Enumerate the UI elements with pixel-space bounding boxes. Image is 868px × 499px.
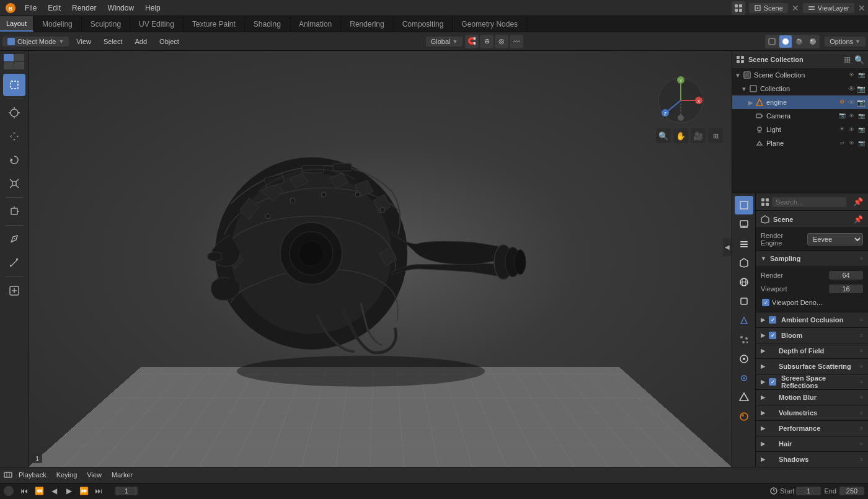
section-vol-header[interactable]: ▶ Volumetrics ≡ <box>756 405 868 420</box>
restrict-render-engine-icon[interactable]: 📷 <box>857 98 866 107</box>
select-box-tool[interactable] <box>3 74 25 96</box>
tab-modeling[interactable]: Modeling <box>33 16 82 32</box>
section-hair-header[interactable]: ▶ Hair ≡ <box>756 436 868 451</box>
mesh-data-icon[interactable]: ⚙ <box>838 98 846 105</box>
tab-shading[interactable]: Shading <box>245 16 290 32</box>
eye-col-icon[interactable]: 👁 <box>847 84 856 93</box>
section-perf-header[interactable]: ▶ Performance ≡ <box>756 421 868 436</box>
outliner-item-camera[interactable]: ▶ Camera 📷 👁 📷 <box>732 109 868 123</box>
restrict-render-col-icon[interactable]: 📷 <box>857 84 866 93</box>
restrict-render-plane-icon[interactable]: 📷 <box>857 139 866 148</box>
zoom-btn[interactable]: 🔍 <box>656 128 671 143</box>
scene-selector[interactable]: Scene <box>749 3 788 13</box>
jump-end-btn[interactable]: ⏭ <box>92 484 105 498</box>
render-engine-select[interactable]: Eevee Cycles Workbench <box>807 233 863 245</box>
outliner-item-engine[interactable]: ▶ engine ⚙ 👁 📷 <box>732 95 868 109</box>
menu-window[interactable]: Window <box>102 2 139 14</box>
properties-search[interactable] <box>772 197 846 207</box>
marker-menu[interactable]: Marker <box>108 470 136 480</box>
data-prop-btn[interactable] <box>735 388 753 407</box>
options-btn[interactable]: Options ▼ <box>825 37 866 46</box>
tab-animation[interactable]: Animation <box>290 16 341 32</box>
section-ao-header[interactable]: ▶ ✓ Ambient Occlusion ≡ <box>756 312 868 327</box>
end-frame-input[interactable] <box>839 487 864 495</box>
viewport-denoising-checkbox[interactable]: ✓ <box>762 299 769 306</box>
render-prop-btn[interactable] <box>735 196 753 214</box>
measure-tool[interactable] <box>3 252 25 274</box>
restrict-render-light-icon[interactable]: 📷 <box>857 125 866 134</box>
outliner-item-plane[interactable]: ▶ Plane ▱ 👁 📷 <box>732 136 868 150</box>
viewlayer-prop-btn[interactable] <box>735 234 753 253</box>
viewport-3d[interactable]: Y X Z 🔍 ✋ 🎥 <box>29 51 732 467</box>
close-workspace-btn[interactable]: ✕ <box>792 3 799 13</box>
viewlayer-selector[interactable]: ViewLayer <box>803 3 854 13</box>
snap-magnet-btn[interactable]: 🧲 <box>465 35 479 48</box>
cam-data-icon[interactable]: 📷 <box>838 112 846 119</box>
menu-file[interactable]: File <box>20 2 42 14</box>
bloom-checkbox[interactable]: ✓ <box>769 332 776 339</box>
tab-layout[interactable]: Layout <box>0 16 33 32</box>
ssr-checkbox[interactable]: ✓ <box>769 378 776 386</box>
menu-render[interactable]: Render <box>67 2 101 14</box>
eye-icon[interactable]: 👁 <box>847 71 856 79</box>
add-object-tool[interactable] <box>3 280 25 302</box>
tab-compositing[interactable]: Compositing <box>394 16 453 32</box>
restrict-render-cam-icon[interactable]: 📷 <box>857 112 866 120</box>
grid-btn[interactable]: ⊞ <box>708 128 723 143</box>
start-frame-input[interactable] <box>796 487 821 495</box>
add-menu[interactable]: Add <box>130 37 153 46</box>
blender-logo[interactable]: B <box>2 1 19 15</box>
scene-prop-btn[interactable] <box>735 254 753 272</box>
close-viewlayer-btn[interactable]: ✕ <box>858 3 866 13</box>
viewport-samples-input[interactable] <box>829 285 863 293</box>
playback-menu[interactable]: Playback <box>15 470 50 480</box>
pan-btn[interactable]: ✋ <box>673 128 688 143</box>
view-menu[interactable]: View <box>71 37 96 46</box>
tab-geometry-nodes[interactable]: Geometry Nodes <box>453 16 527 32</box>
restrict-render-icon[interactable]: 📷 <box>857 71 866 79</box>
particles-prop-btn[interactable] <box>735 330 753 349</box>
rendered-btn[interactable] <box>807 35 819 48</box>
transform-orientation[interactable]: Global ▼ <box>426 37 463 46</box>
keyframe-indicator[interactable] <box>4 486 14 496</box>
annotate-tool[interactable] <box>3 228 25 250</box>
section-sampling-header[interactable]: ▼ Sampling ≡ <box>756 251 868 266</box>
proportional-edit-btn[interactable]: ◎ <box>495 35 508 48</box>
section-ssr-header[interactable]: ▶ ✓ Screen Space Reflections ≡ <box>756 374 868 389</box>
transform-tool[interactable] <box>3 200 25 223</box>
step-forward-btn[interactable]: ⏩ <box>77 484 91 498</box>
object-menu[interactable]: Object <box>154 37 184 46</box>
cursor-tool[interactable] <box>3 102 25 124</box>
mode-selector[interactable]: Object Mode ▼ <box>2 37 69 46</box>
section-sss-header[interactable]: ▶ Subsurface Scattering ≡ <box>756 359 868 374</box>
eye-cam-icon[interactable]: 👁 <box>847 112 856 120</box>
modifier-prop-btn[interactable] <box>735 311 753 330</box>
world-prop-btn[interactable] <box>735 273 753 291</box>
select-menu[interactable]: Select <box>99 37 128 46</box>
section-bloom-header[interactable]: ▶ ✓ Bloom ≡ <box>756 328 868 343</box>
outliner-search-btn[interactable]: 🔍 <box>854 55 864 64</box>
outliner-filter-btn[interactable]: ⊞ <box>844 55 851 64</box>
constraints-prop-btn[interactable] <box>735 369 753 387</box>
output-prop-btn[interactable] <box>735 215 753 234</box>
render-samples-input[interactable] <box>829 271 863 280</box>
play-reverse-btn[interactable]: ◀ <box>47 484 61 498</box>
step-back-btn[interactable]: ⏪ <box>32 484 46 498</box>
navigation-gizmo[interactable]: Y X Z 🔍 ✋ 🎥 <box>656 76 723 143</box>
properties-pin-btn[interactable]: 📌 <box>853 197 863 206</box>
tab-sculpting[interactable]: Sculpting <box>82 16 130 32</box>
material-preview-btn[interactable] <box>793 35 805 48</box>
snap-settings-btn[interactable]: ⊕ <box>480 35 494 48</box>
scene-pin-icon[interactable]: 📌 <box>854 215 863 224</box>
plane-data-icon[interactable]: ▱ <box>838 139 846 146</box>
camera-btn[interactable]: 🎥 <box>691 128 706 143</box>
keying-menu[interactable]: Keying <box>53 470 81 480</box>
panel-toggle-arrow[interactable]: ◀ <box>723 238 732 257</box>
tab-rendering[interactable]: Rendering <box>341 16 393 32</box>
menu-help[interactable]: Help <box>140 2 166 14</box>
outliner-item-collection[interactable]: ▼ Collection 👁 📷 <box>732 82 868 95</box>
workspace-icon[interactable] <box>732 1 745 15</box>
eye-light-icon[interactable]: 👁 <box>847 125 856 134</box>
menu-edit[interactable]: Edit <box>43 2 66 14</box>
obj-prop-btn[interactable] <box>735 292 753 311</box>
